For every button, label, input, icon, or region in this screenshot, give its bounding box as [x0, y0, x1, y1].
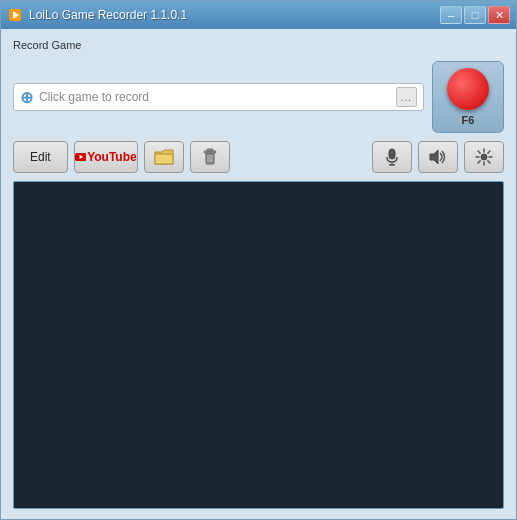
game-input-placeholder: Click game to record: [39, 90, 390, 104]
youtube-button[interactable]: YouTube: [74, 141, 138, 173]
toolbar-row: Edit YouTube: [13, 141, 504, 173]
app-window: LoiLo Game Recorder 1.1.0.1 – □ ✕ Record…: [0, 0, 517, 520]
record-hotkey: F6: [462, 114, 475, 126]
folder-button[interactable]: [144, 141, 184, 173]
dots-button[interactable]: ...: [396, 87, 417, 107]
preview-area: [13, 181, 504, 509]
title-buttons: – □ ✕: [440, 6, 510, 24]
title-bar-left: LoiLo Game Recorder 1.1.0.1: [7, 7, 187, 23]
title-text: LoiLo Game Recorder 1.1.0.1: [29, 8, 187, 22]
svg-marker-14: [430, 150, 438, 164]
trash-icon: [202, 148, 218, 166]
youtube-icon: [75, 150, 86, 164]
settings-icon: [475, 148, 493, 166]
game-input-wrapper[interactable]: ⊕ Click game to record ...: [13, 83, 424, 111]
app-icon: [7, 7, 23, 23]
record-circle-icon: [447, 68, 489, 110]
minimize-button[interactable]: –: [440, 6, 462, 24]
main-content: Record Game ⊕ Click game to record ... F…: [1, 29, 516, 519]
plus-icon: ⊕: [20, 88, 33, 107]
svg-point-15: [481, 154, 487, 160]
record-button[interactable]: F6: [432, 61, 504, 133]
microphone-icon: [385, 148, 399, 166]
youtube-label: YouTube: [87, 150, 137, 164]
svg-rect-4: [155, 154, 173, 164]
title-bar: LoiLo Game Recorder 1.1.0.1 – □ ✕: [1, 1, 516, 29]
svg-rect-11: [389, 149, 395, 159]
folder-icon: [154, 149, 174, 165]
maximize-button[interactable]: □: [464, 6, 486, 24]
edit-button[interactable]: Edit: [13, 141, 68, 173]
record-game-label: Record Game: [13, 39, 504, 51]
record-row: ⊕ Click game to record ... F6: [13, 61, 504, 133]
speaker-button[interactable]: [418, 141, 458, 173]
close-button[interactable]: ✕: [488, 6, 510, 24]
trash-button[interactable]: [190, 141, 230, 173]
svg-rect-7: [207, 149, 213, 151]
microphone-button[interactable]: [372, 141, 412, 173]
settings-button[interactable]: [464, 141, 504, 173]
speaker-icon: [429, 149, 447, 165]
